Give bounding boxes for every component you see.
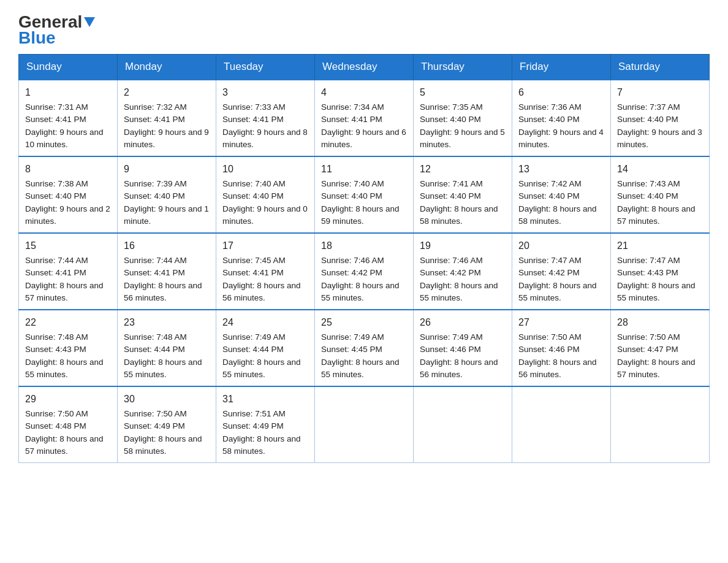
calendar-cell: 21Sunrise: 7:47 AMSunset: 4:43 PMDayligh… [611, 233, 710, 310]
day-number: 19 [420, 239, 506, 253]
page-header: General Blue [18, 12, 710, 48]
col-header-friday: Friday [512, 55, 611, 80]
calendar-cell: 22Sunrise: 7:48 AMSunset: 4:43 PMDayligh… [19, 310, 118, 386]
day-number: 3 [222, 85, 308, 100]
day-number: 31 [222, 392, 308, 407]
col-header-monday: Monday [118, 55, 216, 80]
col-header-saturday: Saturday [611, 55, 710, 80]
day-number: 16 [124, 239, 210, 253]
calendar-week-row: 8Sunrise: 7:38 AMSunset: 4:40 PMDaylight… [19, 156, 710, 233]
col-header-sunday: Sunday [19, 55, 118, 80]
calendar-cell: 30Sunrise: 7:50 AMSunset: 4:49 PMDayligh… [118, 386, 216, 463]
calendar-cell: 23Sunrise: 7:48 AMSunset: 4:44 PMDayligh… [118, 310, 216, 386]
svg-marker-0 [84, 17, 95, 27]
logo: General Blue [18, 12, 95, 48]
calendar-week-row: 22Sunrise: 7:48 AMSunset: 4:43 PMDayligh… [19, 310, 710, 386]
calendar-cell: 13Sunrise: 7:42 AMSunset: 4:40 PMDayligh… [512, 156, 611, 233]
calendar-cell: 4Sunrise: 7:34 AMSunset: 4:41 PMDaylight… [315, 80, 414, 156]
day-number: 20 [518, 239, 604, 253]
day-number: 14 [617, 162, 703, 177]
day-number: 27 [518, 315, 604, 330]
calendar-cell: 24Sunrise: 7:49 AMSunset: 4:44 PMDayligh… [216, 310, 315, 386]
calendar-cell: 9Sunrise: 7:39 AMSunset: 4:40 PMDaylight… [118, 156, 216, 233]
calendar-week-row: 29Sunrise: 7:50 AMSunset: 4:48 PMDayligh… [19, 386, 710, 463]
calendar-cell: 3Sunrise: 7:33 AMSunset: 4:41 PMDaylight… [216, 80, 315, 156]
day-number: 17 [222, 239, 308, 253]
calendar-cell: 5Sunrise: 7:35 AMSunset: 4:40 PMDaylight… [414, 80, 512, 156]
logo-triangle-icon [84, 17, 95, 29]
day-number: 11 [321, 162, 407, 177]
calendar-cell: 31Sunrise: 7:51 AMSunset: 4:49 PMDayligh… [216, 386, 315, 463]
calendar-cell: 26Sunrise: 7:49 AMSunset: 4:46 PMDayligh… [414, 310, 512, 386]
calendar-cell: 6Sunrise: 7:36 AMSunset: 4:40 PMDaylight… [512, 80, 611, 156]
day-number: 5 [420, 85, 506, 100]
calendar-cell: 14Sunrise: 7:43 AMSunset: 4:40 PMDayligh… [611, 156, 710, 233]
calendar-cell: 18Sunrise: 7:46 AMSunset: 4:42 PMDayligh… [315, 233, 414, 310]
calendar-cell: 27Sunrise: 7:50 AMSunset: 4:46 PMDayligh… [512, 310, 611, 386]
calendar-cell: 8Sunrise: 7:38 AMSunset: 4:40 PMDaylight… [19, 156, 118, 233]
day-number: 28 [617, 315, 703, 330]
day-number: 4 [321, 85, 407, 100]
calendar-cell [512, 386, 611, 463]
day-number: 2 [124, 85, 210, 100]
calendar-cell: 20Sunrise: 7:47 AMSunset: 4:42 PMDayligh… [512, 233, 611, 310]
day-number: 15 [25, 239, 111, 253]
calendar-cell: 15Sunrise: 7:44 AMSunset: 4:41 PMDayligh… [19, 233, 118, 310]
col-header-wednesday: Wednesday [315, 55, 414, 80]
calendar-cell [414, 386, 512, 463]
calendar-cell: 7Sunrise: 7:37 AMSunset: 4:40 PMDaylight… [611, 80, 710, 156]
calendar-cell [611, 386, 710, 463]
calendar-table: SundayMondayTuesdayWednesdayThursdayFrid… [18, 54, 710, 463]
day-number: 22 [25, 315, 111, 330]
day-number: 13 [518, 162, 604, 177]
calendar-cell: 19Sunrise: 7:46 AMSunset: 4:42 PMDayligh… [414, 233, 512, 310]
day-number: 30 [124, 392, 210, 407]
logo-blue-text: Blue [18, 28, 56, 48]
col-header-tuesday: Tuesday [216, 55, 315, 80]
day-number: 10 [222, 162, 308, 177]
day-number: 8 [25, 162, 111, 177]
day-number: 12 [420, 162, 506, 177]
calendar-cell: 1Sunrise: 7:31 AMSunset: 4:41 PMDaylight… [19, 80, 118, 156]
day-number: 6 [518, 85, 604, 100]
day-number: 29 [25, 392, 111, 407]
day-number: 9 [124, 162, 210, 177]
calendar-cell: 28Sunrise: 7:50 AMSunset: 4:47 PMDayligh… [611, 310, 710, 386]
calendar-cell: 2Sunrise: 7:32 AMSunset: 4:41 PMDaylight… [118, 80, 216, 156]
calendar-cell: 11Sunrise: 7:40 AMSunset: 4:40 PMDayligh… [315, 156, 414, 233]
calendar-cell: 17Sunrise: 7:45 AMSunset: 4:41 PMDayligh… [216, 233, 315, 310]
calendar-header-row: SundayMondayTuesdayWednesdayThursdayFrid… [19, 55, 710, 80]
calendar-cell: 29Sunrise: 7:50 AMSunset: 4:48 PMDayligh… [19, 386, 118, 463]
calendar-cell: 12Sunrise: 7:41 AMSunset: 4:40 PMDayligh… [414, 156, 512, 233]
day-number: 26 [420, 315, 506, 330]
calendar-cell: 10Sunrise: 7:40 AMSunset: 4:40 PMDayligh… [216, 156, 315, 233]
calendar-cell [315, 386, 414, 463]
day-number: 21 [617, 239, 703, 253]
calendar-week-row: 15Sunrise: 7:44 AMSunset: 4:41 PMDayligh… [19, 233, 710, 310]
calendar-cell: 25Sunrise: 7:49 AMSunset: 4:45 PMDayligh… [315, 310, 414, 386]
day-number: 25 [321, 315, 407, 330]
col-header-thursday: Thursday [414, 55, 512, 80]
day-number: 1 [25, 85, 111, 100]
day-number: 23 [124, 315, 210, 330]
day-number: 18 [321, 239, 407, 253]
day-number: 7 [617, 85, 703, 100]
calendar-cell: 16Sunrise: 7:44 AMSunset: 4:41 PMDayligh… [118, 233, 216, 310]
calendar-week-row: 1Sunrise: 7:31 AMSunset: 4:41 PMDaylight… [19, 80, 710, 156]
day-number: 24 [222, 315, 308, 330]
